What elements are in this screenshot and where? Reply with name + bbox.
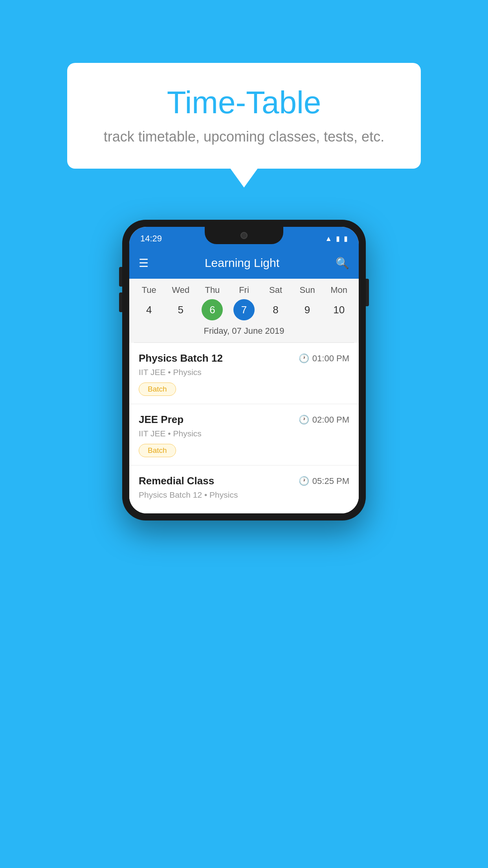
day-col-5[interactable]: Wed5 bbox=[166, 285, 196, 320]
search-icon[interactable]: 🔍 bbox=[336, 257, 349, 270]
battery-icon: ▮ bbox=[344, 234, 348, 243]
batch-badge: Batch bbox=[139, 383, 176, 396]
day-col-10[interactable]: Mon10 bbox=[324, 285, 354, 320]
schedule-time: 🕐 02:00 PM bbox=[299, 415, 349, 425]
days-row: Tue4Wed5Thu6Fri7Sat8Sun9Mon10 bbox=[129, 285, 359, 320]
schedule-time: 🕐 05:25 PM bbox=[299, 476, 349, 486]
day-col-9[interactable]: Sun9 bbox=[292, 285, 322, 320]
status-time: 14:29 bbox=[140, 234, 162, 244]
schedule-title: Physics Batch 12 bbox=[139, 352, 223, 364]
time-text: 01:00 PM bbox=[312, 353, 349, 364]
day-number: 6 bbox=[202, 299, 223, 320]
day-col-8[interactable]: Sat8 bbox=[261, 285, 291, 320]
day-number: 4 bbox=[138, 299, 160, 320]
day-name: Thu bbox=[205, 285, 220, 295]
day-number: 10 bbox=[328, 299, 350, 320]
day-number: 8 bbox=[265, 299, 286, 320]
day-name: Fri bbox=[239, 285, 249, 295]
day-name: Sun bbox=[300, 285, 315, 295]
speech-bubble: Time-Table track timetable, upcoming cla… bbox=[67, 63, 421, 169]
wifi-icon: ▲ bbox=[325, 235, 332, 243]
schedule-title: JEE Prep bbox=[139, 414, 183, 426]
vol-up-button bbox=[119, 267, 122, 287]
day-col-6[interactable]: Thu6 bbox=[197, 285, 227, 320]
schedule-item[interactable]: Remedial Class 🕐 05:25 PM Physics Batch … bbox=[129, 465, 359, 513]
clock-icon: 🕐 bbox=[299, 415, 309, 425]
time-text: 05:25 PM bbox=[312, 476, 349, 486]
schedule-item[interactable]: Physics Batch 12 🕐 01:00 PM IIT JEE • Ph… bbox=[129, 343, 359, 404]
schedule-time: 🕐 01:00 PM bbox=[299, 353, 349, 364]
phone-mockup: 14:29 ▲ ▮ ▮ ☰ Learning Light 🔍 Tue4Wed5T… bbox=[122, 220, 366, 520]
day-col-7[interactable]: Fri7 bbox=[229, 285, 259, 320]
bubble-title: Time-Table bbox=[95, 85, 393, 121]
schedule-meta: IIT JEE • Physics bbox=[139, 368, 349, 377]
schedule-meta: IIT JEE • Physics bbox=[139, 429, 349, 438]
calendar-strip: Tue4Wed5Thu6Fri7Sat8Sun9Mon10 Friday, 07… bbox=[129, 279, 359, 343]
phone-frame: 14:29 ▲ ▮ ▮ ☰ Learning Light 🔍 Tue4Wed5T… bbox=[122, 220, 366, 520]
app-bar: ☰ Learning Light 🔍 bbox=[129, 247, 359, 279]
selected-date-label: Friday, 07 June 2019 bbox=[129, 320, 359, 342]
schedule-meta: Physics Batch 12 • Physics bbox=[139, 490, 349, 500]
schedule-item[interactable]: JEE Prep 🕐 02:00 PM IIT JEE • Physics Ba… bbox=[129, 404, 359, 465]
batch-badge: Batch bbox=[139, 444, 176, 457]
phone-notch bbox=[205, 227, 283, 244]
schedule-header: Physics Batch 12 🕐 01:00 PM bbox=[139, 352, 349, 364]
clock-icon: 🕐 bbox=[299, 476, 309, 486]
day-number: 9 bbox=[297, 299, 318, 320]
day-name: Wed bbox=[172, 285, 189, 295]
schedule-header: JEE Prep 🕐 02:00 PM bbox=[139, 414, 349, 426]
time-text: 02:00 PM bbox=[312, 415, 349, 425]
schedule-list: Physics Batch 12 🕐 01:00 PM IIT JEE • Ph… bbox=[129, 343, 359, 513]
camera-dot bbox=[240, 232, 248, 239]
app-bar-title: Learning Light bbox=[205, 256, 279, 270]
bubble-subtitle: track timetable, upcoming classes, tests… bbox=[95, 129, 393, 145]
day-col-4[interactable]: Tue4 bbox=[134, 285, 164, 320]
hamburger-icon[interactable]: ☰ bbox=[139, 257, 149, 270]
vol-down-button bbox=[119, 292, 122, 312]
day-name: Tue bbox=[142, 285, 156, 295]
day-number: 5 bbox=[170, 299, 191, 320]
clock-icon: 🕐 bbox=[299, 353, 309, 364]
schedule-header: Remedial Class 🕐 05:25 PM bbox=[139, 475, 349, 487]
schedule-title: Remedial Class bbox=[139, 475, 214, 487]
day-number: 7 bbox=[233, 299, 255, 320]
day-name: Mon bbox=[330, 285, 347, 295]
signal-icon: ▮ bbox=[336, 234, 340, 243]
power-button bbox=[366, 279, 369, 306]
status-icons: ▲ ▮ ▮ bbox=[325, 234, 348, 243]
phone-screen: 14:29 ▲ ▮ ▮ ☰ Learning Light 🔍 Tue4Wed5T… bbox=[129, 227, 359, 513]
day-name: Sat bbox=[269, 285, 282, 295]
